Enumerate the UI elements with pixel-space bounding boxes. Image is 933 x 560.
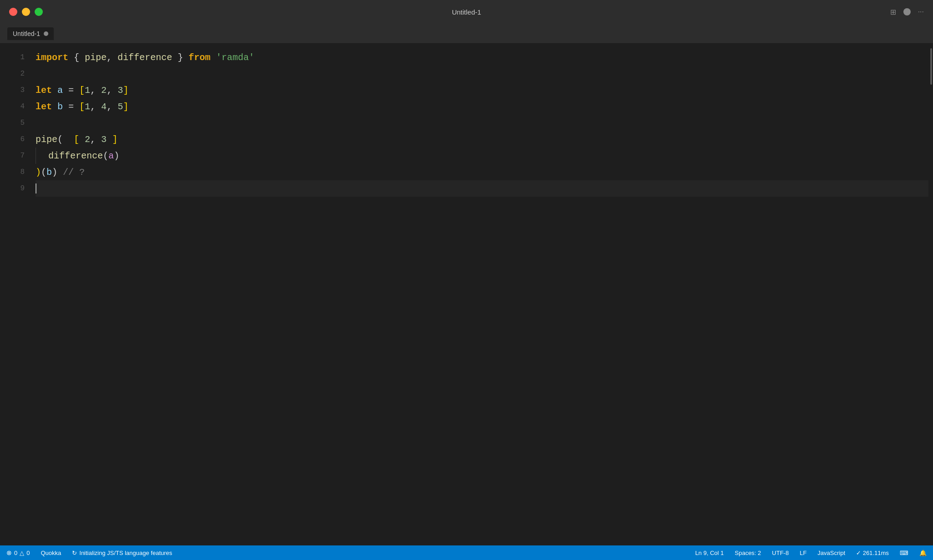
title-actions: ⊞ ··· — [890, 8, 924, 16]
code-line — [36, 180, 928, 197]
position-text: Ln 9, Col 1 — [695, 550, 724, 556]
code-line: let a = [1, 2, 3] — [36, 82, 928, 98]
split-editor-button[interactable]: ⊞ — [890, 8, 896, 16]
status-right: Ln 9, Col 1 Spaces: 2 UTF-8 LF JavaScrip… — [695, 550, 927, 556]
code-token: ) — [36, 167, 41, 178]
close-button[interactable] — [9, 8, 17, 16]
window-title: Untitled-1 — [452, 8, 481, 16]
more-actions-button[interactable]: ··· — [918, 8, 924, 16]
code-token: 1 — [85, 102, 90, 112]
code-token: = — [63, 102, 79, 112]
code-token: b — [57, 102, 63, 112]
line-number: 1 — [20, 49, 25, 66]
spaces-text: Spaces: 2 — [735, 550, 761, 556]
language-mode[interactable]: JavaScript — [818, 550, 846, 556]
code-token: 1 — [85, 85, 90, 96]
line-number-row: 8 — [0, 164, 32, 180]
code-token: 3 — [118, 85, 123, 96]
line-number-row: 2 — [0, 66, 32, 82]
line-number: 8 — [20, 164, 25, 180]
code-token: pipe — [36, 134, 57, 145]
code-token: [ — [79, 102, 85, 112]
code-token — [107, 134, 112, 145]
line-number: 2 — [20, 66, 25, 82]
code-token: [ — [74, 134, 79, 145]
code-token: 3 — [101, 134, 107, 145]
line-number-row: 6 — [0, 131, 32, 148]
line-number: 5 — [20, 115, 25, 131]
indent-guide — [36, 148, 45, 164]
code-token: pipe — [85, 52, 107, 63]
code-token: } — [172, 52, 189, 63]
code-token: ) — [52, 167, 57, 178]
code-token: a — [108, 151, 114, 161]
code-token: , — [107, 102, 118, 112]
code-token: let — [36, 102, 52, 112]
notification-icon[interactable]: 🔔 — [919, 550, 927, 556]
line-ending[interactable]: LF — [800, 550, 806, 556]
code-token: 'ramda' — [216, 52, 254, 63]
code-token: difference — [118, 52, 172, 63]
line-number-row: 3 — [0, 82, 32, 98]
language-text: JavaScript — [818, 550, 846, 556]
editor-tab[interactable]: Untitled-1 — [7, 27, 54, 40]
editor: 123456789 import { pipe, difference } fr… — [0, 44, 933, 545]
cursor-position[interactable]: Ln 9, Col 1 — [695, 550, 724, 556]
code-token: // ? — [63, 167, 85, 178]
code-token: ) — [114, 151, 119, 161]
line-ending-text: LF — [800, 550, 806, 556]
line-number: 3 — [20, 82, 25, 98]
code-token: 2 — [85, 134, 90, 145]
code-token: , — [90, 134, 101, 145]
code-token — [52, 102, 57, 112]
warning-icon: △ — [20, 550, 24, 556]
code-token — [52, 85, 57, 96]
traffic-lights — [9, 8, 43, 16]
code-token: difference — [48, 151, 103, 161]
code-line: pipe( [ 2, 3 ] — [36, 131, 928, 148]
code-token — [210, 52, 216, 63]
loading-indicator: ↻ Initializing JS/TS language features — [72, 550, 172, 556]
quokka-indicator[interactable]: Quokka — [41, 550, 61, 556]
line-number: 9 — [20, 180, 25, 197]
code-content[interactable]: import { pipe, difference } from 'ramda'… — [32, 44, 928, 545]
code-token: ( — [103, 151, 108, 161]
maximize-button[interactable] — [35, 8, 43, 16]
code-token: , — [90, 102, 101, 112]
encoding[interactable]: UTF-8 — [772, 550, 789, 556]
code-token: 5 — [118, 102, 123, 112]
scrollbar[interactable] — [928, 44, 933, 545]
code-token: a — [57, 85, 63, 96]
code-line: difference(a) — [36, 148, 928, 164]
code-token: from — [189, 52, 210, 63]
quokka-label: Quokka — [41, 550, 61, 556]
code-token: [ — [79, 85, 85, 96]
indentation[interactable]: Spaces: 2 — [735, 550, 761, 556]
code-token: 2 — [101, 85, 107, 96]
code-token: import — [36, 52, 68, 63]
encoding-text: UTF-8 — [772, 550, 789, 556]
code-token — [79, 134, 85, 145]
code-line: )(b) // ? — [36, 164, 928, 180]
line-number: 6 — [20, 131, 25, 148]
status-bar: ⊗ 0 △ 0 Quokka ↻ Initializing JS/TS lang… — [0, 545, 933, 560]
line-number-row: 9 — [0, 180, 32, 197]
code-token: ] — [123, 102, 128, 112]
code-line: import { pipe, difference } from 'ramda' — [36, 49, 928, 66]
title-bar: Untitled-1 ⊞ ··· — [0, 0, 933, 24]
code-token: = — [63, 85, 79, 96]
minimize-button[interactable] — [22, 8, 30, 16]
errors-indicator[interactable]: ⊗ 0 △ 0 — [6, 549, 30, 556]
scrollbar-thumb — [930, 48, 932, 85]
tab-modified-dot — [44, 31, 48, 36]
line-numbers: 123456789 — [0, 44, 32, 545]
loading-icon: ↻ — [72, 550, 77, 556]
code-token: ] — [112, 134, 118, 145]
code-token: , — [107, 85, 118, 96]
code-token: ] — [123, 85, 128, 96]
code-token: let — [36, 85, 52, 96]
code-line: let b = [1, 4, 5] — [36, 98, 928, 115]
broadcast-icon[interactable]: ⌨ — [900, 550, 908, 556]
error-icon: ⊗ — [6, 549, 12, 556]
tab-label: Untitled-1 — [13, 30, 40, 37]
